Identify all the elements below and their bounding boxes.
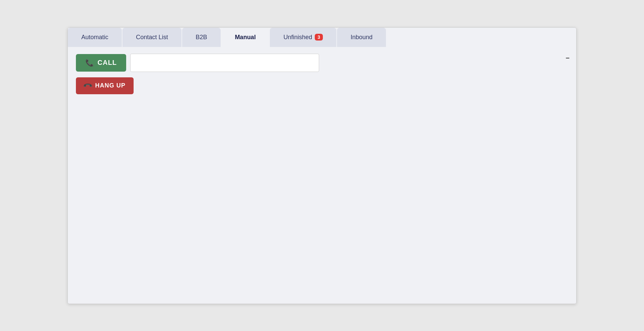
call-button[interactable]: 📞 CALL [76, 54, 126, 72]
hangup-phone-icon: 📞 [83, 80, 93, 91]
tab-unfinished-badge: 3 [315, 34, 323, 41]
tab-unfinished[interactable]: Unfinished3 [270, 28, 336, 47]
tab-contact-list-label: Contact List [136, 34, 168, 41]
tab-inbound[interactable]: Inbound [337, 28, 386, 47]
tab-unfinished-label: Unfinished [283, 34, 312, 41]
tab-automatic-label: Automatic [81, 34, 108, 41]
tab-inbound-label: Inbound [351, 34, 372, 41]
top-row: 📞 CALL [76, 54, 568, 72]
tab-bar: AutomaticContact ListB2BManualUnfinished… [68, 28, 576, 47]
tab-manual[interactable]: Manual [221, 28, 269, 47]
tab-automatic[interactable]: Automatic [68, 28, 122, 47]
call-phone-icon: 📞 [85, 59, 94, 67]
tab-contact-list[interactable]: Contact List [122, 28, 181, 47]
tab-b2b-label: B2B [196, 34, 207, 41]
hang-up-button[interactable]: 📞 HANG UP [76, 77, 134, 94]
hang-up-row: 📞 HANG UP [76, 77, 568, 94]
tab-b2b[interactable]: B2B [182, 28, 221, 47]
main-content: 📞 CALL 📞 HANG UP – [68, 47, 576, 304]
phone-input[interactable] [130, 54, 319, 72]
call-button-label: CALL [97, 59, 117, 67]
minimize-button[interactable]: – [566, 54, 569, 61]
hang-up-button-label: HANG UP [95, 82, 125, 89]
app-container: AutomaticContact ListB2BManualUnfinished… [67, 27, 577, 304]
tab-manual-label: Manual [235, 34, 256, 41]
